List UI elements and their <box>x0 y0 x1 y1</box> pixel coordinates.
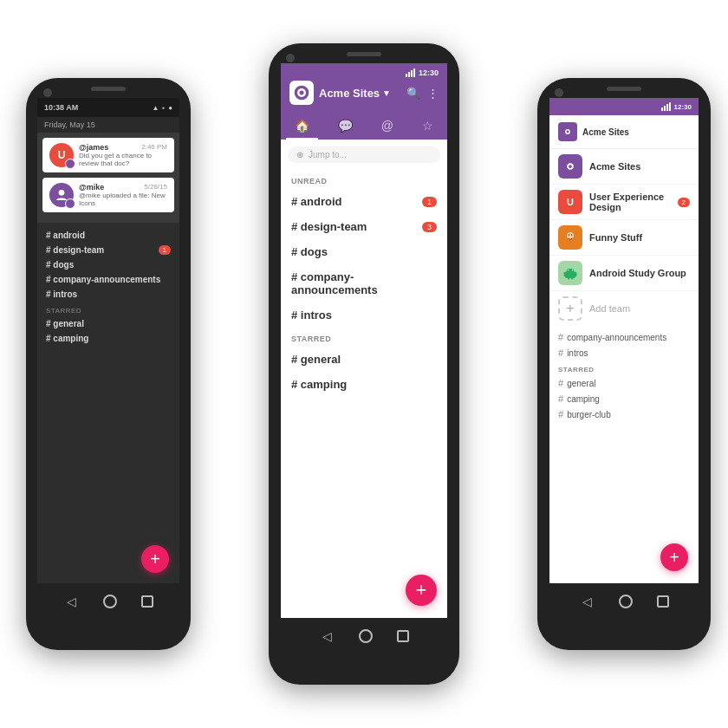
notif-time-1: 2:46 PM <box>141 143 167 152</box>
ch-general-center[interactable]: # general <box>281 347 447 372</box>
notification-card-2[interactable]: @mike 5/28/15 @mike uploaded a file: New… <box>42 178 174 212</box>
svg-point-11 <box>567 232 574 239</box>
team-ux[interactable]: U User Experience Design 2 <box>549 185 699 220</box>
svg-point-9 <box>569 165 572 168</box>
tab-home-center[interactable]: 🏠 <box>286 114 318 140</box>
team-android[interactable]: Android Study Group <box>549 256 699 291</box>
tab-chat-center[interactable]: 💬 <box>329 114 361 140</box>
search-bar-center[interactable]: ⊕ Jump to... <box>288 146 440 163</box>
workspace-header-right: Acme Sites <box>549 115 699 149</box>
avatar-funny <box>558 225 582 250</box>
starred-label-left: STARRED <box>46 302 171 316</box>
ch-android-center[interactable]: # android 1 <box>281 189 447 214</box>
signal-icon <box>406 68 415 77</box>
team-android-name: Android Study Group <box>589 268 690 278</box>
starred-label-right: STARRED <box>558 361 690 375</box>
camera-center <box>286 54 295 62</box>
svg-point-13 <box>571 234 573 236</box>
section-starred: STARRED <box>281 328 447 347</box>
notif-msg-1: Did you get a chance to review that doc? <box>79 152 167 167</box>
svg-point-17 <box>568 270 569 271</box>
phone-top-center <box>269 43 459 63</box>
phone-bottom-center: ◁ <box>269 618 459 658</box>
channel-list-left: # android 1 # design-team 1 # dogs # com… <box>37 223 179 351</box>
back-button-left[interactable]: ◁ <box>63 594 79 609</box>
home-button-left[interactable] <box>103 595 117 608</box>
recents-button-center[interactable] <box>397 630 409 642</box>
svg-point-6 <box>567 131 569 133</box>
channel-company-left[interactable]: # company-announcements <box>46 272 171 287</box>
add-team-label: Add team <box>589 303 690 314</box>
notification-card-1[interactable]: U @james 2:46 PM Did you get a chance to… <box>42 138 174 172</box>
search-placeholder: Jump to... <box>309 150 347 159</box>
signal-icon-right <box>661 102 671 111</box>
status-bar-right: 12:30 <box>549 98 699 115</box>
channel-camping-left[interactable]: # camping <box>46 331 171 346</box>
add-team-item[interactable]: + Add team <box>549 291 699 326</box>
center-header: 12:30 Acme Sites ▼ <box>281 63 447 112</box>
ch-company-center[interactable]: # company-announcements <box>281 264 447 302</box>
notification-area: U @james 2:46 PM Did you get a chance to… <box>37 133 179 223</box>
fab-right[interactable]: + <box>660 543 688 571</box>
channel-section-right: # company-announcements # intros STARRED… <box>549 326 699 426</box>
back-button-right[interactable]: ◁ <box>579 594 595 609</box>
notif-content-2: @mike 5/28/15 @mike uploaded a file: New… <box>79 183 167 207</box>
screen-center: 12:30 Acme Sites ▼ <box>281 63 447 618</box>
notif-msg-2: @mike uploaded a file: New Icons <box>79 192 167 207</box>
team-funny-name: Funny Stuff <box>589 232 690 243</box>
back-button-center[interactable]: ◁ <box>319 628 335 644</box>
date-left: Friday, May 15 <box>44 120 172 129</box>
svg-rect-20 <box>575 272 577 276</box>
avatar-mike <box>49 183 74 207</box>
ch-company-right[interactable]: # company-announcements <box>558 329 690 345</box>
speaker-right <box>607 87 641 91</box>
workspace-row-center: Acme Sites ▼ 🔍 ⋮ <box>289 81 439 105</box>
status-bar-left: 10:38 AM ▲ ▪ ● <box>37 98 179 117</box>
channel-general-left[interactable]: # general <box>46 316 171 331</box>
team-acme-name: Acme Sites <box>589 161 690 172</box>
more-icon-center[interactable]: ⋮ <box>427 87 439 100</box>
team-acme[interactable]: Acme Sites <box>549 149 699 185</box>
wifi-icon-left: ▲ <box>152 104 159 112</box>
tabs-center: 🏠 💬 @ ☆ <box>281 112 447 140</box>
header-icons-center: 🔍 ⋮ <box>406 87 439 100</box>
avatar-acme <box>558 154 582 179</box>
ch-general-right[interactable]: # general <box>558 375 690 391</box>
home-button-right[interactable] <box>619 595 633 608</box>
speaker-center <box>347 52 381 56</box>
phone-top-right <box>537 78 711 98</box>
fab-center[interactable]: + <box>406 575 437 606</box>
team-funny[interactable]: Funny Stuff <box>549 220 699 256</box>
phone-left: 10:38 AM ▲ ▪ ● Friday, May 15 U <box>26 78 191 650</box>
channel-design-left[interactable]: # design-team 1 <box>46 243 171 257</box>
recents-button-right[interactable] <box>657 595 669 608</box>
team-ux-badge: 2 <box>678 198 690 207</box>
recents-button-left[interactable] <box>141 595 153 608</box>
tab-star-center[interactable]: ☆ <box>413 114 442 140</box>
section-unread: UNREAD <box>281 170 447 189</box>
workspace-logo-center <box>289 81 314 105</box>
channel-android-left[interactable]: # android 1 <box>46 228 171 243</box>
battery-icon-left: ▪ <box>162 104 165 112</box>
notif-badge-1 <box>65 159 75 169</box>
channel-intros-left[interactable]: # intros <box>46 287 171 302</box>
ch-dogs-center[interactable]: # dogs <box>281 239 447 264</box>
phone-top-left <box>26 78 191 98</box>
notif-username-2: @mike <box>79 183 104 192</box>
time-center: 12:30 <box>419 68 439 77</box>
ch-design-center[interactable]: # design-team 3 <box>281 214 447 239</box>
tab-at-center[interactable]: @ <box>373 114 402 140</box>
workspace-name-right: Acme Sites <box>582 127 629 137</box>
fab-left[interactable]: + <box>141 545 169 573</box>
ch-intros-center[interactable]: # intros <box>281 302 447 328</box>
camera-left <box>43 88 52 97</box>
home-button-center[interactable] <box>359 629 373 643</box>
search-icon-center[interactable]: 🔍 <box>406 87 420 100</box>
channel-dogs-left[interactable]: # dogs <box>46 257 171 272</box>
ch-camping-center[interactable]: # camping <box>281 372 447 397</box>
workspace-logo-right <box>558 122 577 141</box>
team-ux-name: User Experience Design <box>589 192 671 212</box>
ch-camping-right[interactable]: # camping <box>558 391 690 406</box>
ch-burger-right[interactable]: # burger-club <box>558 406 690 422</box>
ch-intros-right[interactable]: # intros <box>558 345 690 361</box>
